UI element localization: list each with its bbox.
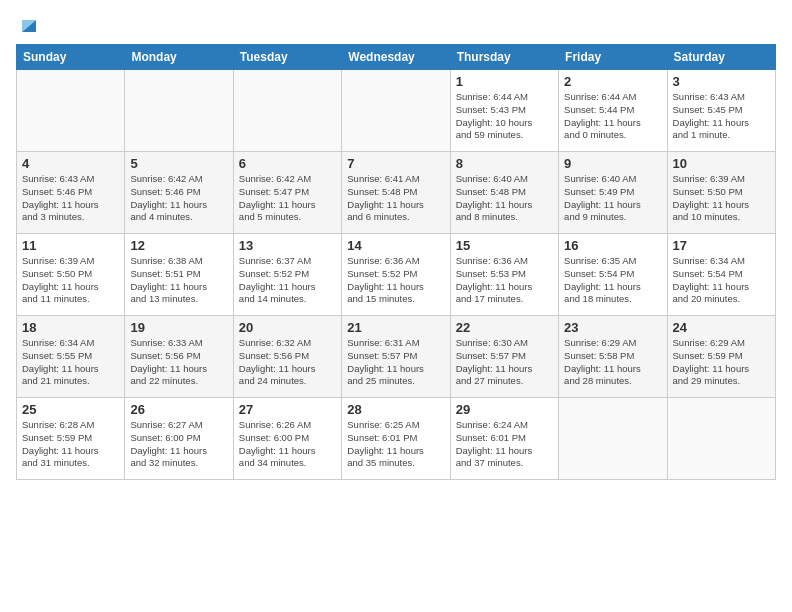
- table-row: 17Sunrise: 6:34 AM Sunset: 5:54 PM Dayli…: [667, 234, 775, 316]
- calendar-table: SundayMondayTuesdayWednesdayThursdayFrid…: [16, 44, 776, 480]
- table-row: 11Sunrise: 6:39 AM Sunset: 5:50 PM Dayli…: [17, 234, 125, 316]
- day-number: 26: [130, 402, 227, 417]
- day-number: 21: [347, 320, 444, 335]
- day-number: 17: [673, 238, 770, 253]
- table-row: 12Sunrise: 6:38 AM Sunset: 5:51 PM Dayli…: [125, 234, 233, 316]
- day-number: 20: [239, 320, 336, 335]
- table-row: 2Sunrise: 6:44 AM Sunset: 5:44 PM Daylig…: [559, 70, 667, 152]
- table-row: [342, 70, 450, 152]
- weekday-saturday: Saturday: [667, 45, 775, 70]
- day-number: 1: [456, 74, 553, 89]
- day-number: 13: [239, 238, 336, 253]
- day-info: Sunrise: 6:35 AM Sunset: 5:54 PM Dayligh…: [564, 255, 661, 306]
- day-number: 9: [564, 156, 661, 171]
- table-row: 14Sunrise: 6:36 AM Sunset: 5:52 PM Dayli…: [342, 234, 450, 316]
- table-row: 3Sunrise: 6:43 AM Sunset: 5:45 PM Daylig…: [667, 70, 775, 152]
- table-row: [233, 70, 341, 152]
- page: SundayMondayTuesdayWednesdayThursdayFrid…: [0, 0, 792, 612]
- day-info: Sunrise: 6:30 AM Sunset: 5:57 PM Dayligh…: [456, 337, 553, 388]
- day-info: Sunrise: 6:39 AM Sunset: 5:50 PM Dayligh…: [673, 173, 770, 224]
- day-number: 25: [22, 402, 119, 417]
- table-row: 24Sunrise: 6:29 AM Sunset: 5:59 PM Dayli…: [667, 316, 775, 398]
- table-row: 15Sunrise: 6:36 AM Sunset: 5:53 PM Dayli…: [450, 234, 558, 316]
- weekday-friday: Friday: [559, 45, 667, 70]
- day-number: 11: [22, 238, 119, 253]
- day-info: Sunrise: 6:25 AM Sunset: 6:01 PM Dayligh…: [347, 419, 444, 470]
- day-info: Sunrise: 6:36 AM Sunset: 5:53 PM Dayligh…: [456, 255, 553, 306]
- day-info: Sunrise: 6:28 AM Sunset: 5:59 PM Dayligh…: [22, 419, 119, 470]
- table-row: 7Sunrise: 6:41 AM Sunset: 5:48 PM Daylig…: [342, 152, 450, 234]
- calendar-week-row: 18Sunrise: 6:34 AM Sunset: 5:55 PM Dayli…: [17, 316, 776, 398]
- day-info: Sunrise: 6:32 AM Sunset: 5:56 PM Dayligh…: [239, 337, 336, 388]
- table-row: [667, 398, 775, 480]
- table-row: 9Sunrise: 6:40 AM Sunset: 5:49 PM Daylig…: [559, 152, 667, 234]
- day-number: 16: [564, 238, 661, 253]
- day-info: Sunrise: 6:40 AM Sunset: 5:49 PM Dayligh…: [564, 173, 661, 224]
- day-number: 7: [347, 156, 444, 171]
- day-info: Sunrise: 6:31 AM Sunset: 5:57 PM Dayligh…: [347, 337, 444, 388]
- table-row: 25Sunrise: 6:28 AM Sunset: 5:59 PM Dayli…: [17, 398, 125, 480]
- table-row: 27Sunrise: 6:26 AM Sunset: 6:00 PM Dayli…: [233, 398, 341, 480]
- table-row: [125, 70, 233, 152]
- day-number: 24: [673, 320, 770, 335]
- weekday-header-row: SundayMondayTuesdayWednesdayThursdayFrid…: [17, 45, 776, 70]
- day-number: 28: [347, 402, 444, 417]
- day-number: 19: [130, 320, 227, 335]
- day-number: 23: [564, 320, 661, 335]
- day-number: 15: [456, 238, 553, 253]
- table-row: 13Sunrise: 6:37 AM Sunset: 5:52 PM Dayli…: [233, 234, 341, 316]
- day-number: 4: [22, 156, 119, 171]
- day-info: Sunrise: 6:29 AM Sunset: 5:58 PM Dayligh…: [564, 337, 661, 388]
- day-info: Sunrise: 6:29 AM Sunset: 5:59 PM Dayligh…: [673, 337, 770, 388]
- weekday-wednesday: Wednesday: [342, 45, 450, 70]
- day-number: 22: [456, 320, 553, 335]
- table-row: 22Sunrise: 6:30 AM Sunset: 5:57 PM Dayli…: [450, 316, 558, 398]
- table-row: 8Sunrise: 6:40 AM Sunset: 5:48 PM Daylig…: [450, 152, 558, 234]
- table-row: 6Sunrise: 6:42 AM Sunset: 5:47 PM Daylig…: [233, 152, 341, 234]
- calendar-week-row: 4Sunrise: 6:43 AM Sunset: 5:46 PM Daylig…: [17, 152, 776, 234]
- calendar-week-row: 25Sunrise: 6:28 AM Sunset: 5:59 PM Dayli…: [17, 398, 776, 480]
- table-row: [559, 398, 667, 480]
- day-info: Sunrise: 6:26 AM Sunset: 6:00 PM Dayligh…: [239, 419, 336, 470]
- day-info: Sunrise: 6:44 AM Sunset: 5:44 PM Dayligh…: [564, 91, 661, 142]
- table-row: 19Sunrise: 6:33 AM Sunset: 5:56 PM Dayli…: [125, 316, 233, 398]
- day-number: 5: [130, 156, 227, 171]
- day-number: 10: [673, 156, 770, 171]
- table-row: 29Sunrise: 6:24 AM Sunset: 6:01 PM Dayli…: [450, 398, 558, 480]
- day-number: 12: [130, 238, 227, 253]
- day-info: Sunrise: 6:42 AM Sunset: 5:47 PM Dayligh…: [239, 173, 336, 224]
- day-number: 3: [673, 74, 770, 89]
- logo-icon: [18, 14, 40, 36]
- weekday-thursday: Thursday: [450, 45, 558, 70]
- day-number: 6: [239, 156, 336, 171]
- table-row: 28Sunrise: 6:25 AM Sunset: 6:01 PM Dayli…: [342, 398, 450, 480]
- weekday-monday: Monday: [125, 45, 233, 70]
- day-info: Sunrise: 6:40 AM Sunset: 5:48 PM Dayligh…: [456, 173, 553, 224]
- calendar-week-row: 11Sunrise: 6:39 AM Sunset: 5:50 PM Dayli…: [17, 234, 776, 316]
- day-info: Sunrise: 6:39 AM Sunset: 5:50 PM Dayligh…: [22, 255, 119, 306]
- table-row: 21Sunrise: 6:31 AM Sunset: 5:57 PM Dayli…: [342, 316, 450, 398]
- day-info: Sunrise: 6:42 AM Sunset: 5:46 PM Dayligh…: [130, 173, 227, 224]
- day-number: 14: [347, 238, 444, 253]
- day-info: Sunrise: 6:34 AM Sunset: 5:55 PM Dayligh…: [22, 337, 119, 388]
- table-row: 16Sunrise: 6:35 AM Sunset: 5:54 PM Dayli…: [559, 234, 667, 316]
- day-info: Sunrise: 6:36 AM Sunset: 5:52 PM Dayligh…: [347, 255, 444, 306]
- table-row: [17, 70, 125, 152]
- table-row: 26Sunrise: 6:27 AM Sunset: 6:00 PM Dayli…: [125, 398, 233, 480]
- day-info: Sunrise: 6:33 AM Sunset: 5:56 PM Dayligh…: [130, 337, 227, 388]
- table-row: 10Sunrise: 6:39 AM Sunset: 5:50 PM Dayli…: [667, 152, 775, 234]
- day-info: Sunrise: 6:43 AM Sunset: 5:45 PM Dayligh…: [673, 91, 770, 142]
- table-row: 1Sunrise: 6:44 AM Sunset: 5:43 PM Daylig…: [450, 70, 558, 152]
- weekday-tuesday: Tuesday: [233, 45, 341, 70]
- day-number: 29: [456, 402, 553, 417]
- day-number: 27: [239, 402, 336, 417]
- weekday-sunday: Sunday: [17, 45, 125, 70]
- table-row: 18Sunrise: 6:34 AM Sunset: 5:55 PM Dayli…: [17, 316, 125, 398]
- table-row: 20Sunrise: 6:32 AM Sunset: 5:56 PM Dayli…: [233, 316, 341, 398]
- calendar-week-row: 1Sunrise: 6:44 AM Sunset: 5:43 PM Daylig…: [17, 70, 776, 152]
- day-info: Sunrise: 6:24 AM Sunset: 6:01 PM Dayligh…: [456, 419, 553, 470]
- day-info: Sunrise: 6:37 AM Sunset: 5:52 PM Dayligh…: [239, 255, 336, 306]
- logo: [16, 16, 40, 36]
- day-number: 8: [456, 156, 553, 171]
- header: [16, 12, 776, 36]
